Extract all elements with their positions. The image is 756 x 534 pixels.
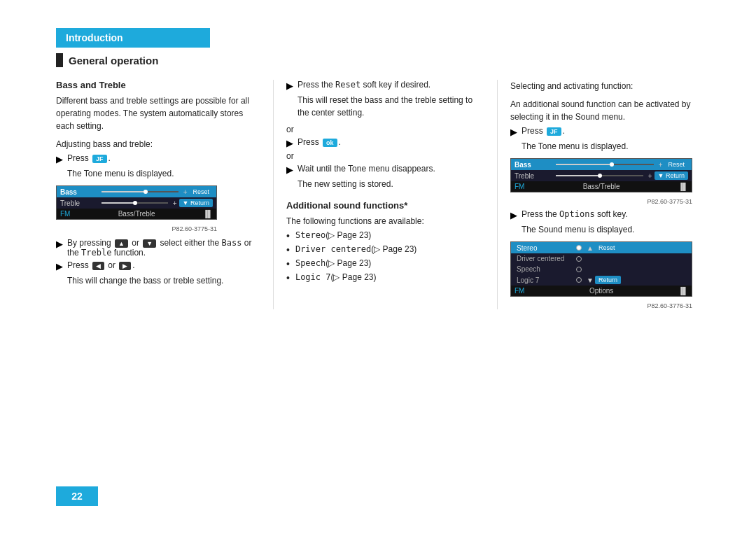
signal-icon-1: ▐▌ <box>203 210 213 218</box>
right-bass-label: Bass <box>514 161 553 169</box>
bullet-icon-4: • <box>286 272 290 283</box>
right-menu-screen-1: Bass + Reset Treble <box>510 158 692 192</box>
fig-caption-1: P82.60-3775-31 <box>56 225 217 232</box>
fm-label-1: FM <box>60 210 70 218</box>
intro-label: Introduction <box>66 32 123 43</box>
reset-desc: This will reset the bass and the treble … <box>286 94 483 119</box>
available-label: The following functions are available: <box>286 215 483 227</box>
right-treble-dot <box>598 174 602 178</box>
bass-fill <box>102 191 144 192</box>
treble-track <box>102 202 168 204</box>
driver-row: Driver centered <box>511 253 692 264</box>
right-bass-slider <box>556 164 654 165</box>
treble-dot <box>133 201 137 205</box>
fig-caption-2: P82.60-3775-31 <box>510 198 692 205</box>
arrow-icon-2: ▶ <box>56 239 63 249</box>
step2-text: By pressing ▲ or ▼ select either the Bas… <box>67 238 259 258</box>
additional-heading: Additional sound functions* <box>286 200 483 211</box>
right-bass-fill <box>556 164 610 165</box>
wait-step: ▶ Wait until the Tone menu disappears. <box>286 164 483 175</box>
reset-btn-2: Reset <box>664 160 688 169</box>
fm-label-3: FM <box>514 287 524 295</box>
step3-change-desc: This will change the bass or treble sett… <box>56 274 259 287</box>
return-btn-1: ▼ Return <box>179 199 213 207</box>
section-title-text: General operation <box>69 55 158 66</box>
signal-icon-3: ▐▌ <box>678 287 688 295</box>
bullet-icon-3: • <box>286 258 290 269</box>
return-btn-3: Return <box>595 276 621 284</box>
fm-label-2: FM <box>514 183 524 190</box>
bass-dot <box>144 190 148 194</box>
jf-button-1: JF <box>92 155 107 163</box>
right-menu-bottom-1: FM Bass/Treble ▐▌ <box>511 181 692 192</box>
sound-menu-bottom: FM Options ▐▌ <box>511 286 692 296</box>
or-label: or <box>286 125 483 134</box>
right-step1-text: Press JF. <box>522 126 565 136</box>
bullet-driver: • Driver centered (▷ Page 23) <box>286 244 483 255</box>
left-btn: ◀ <box>92 262 104 270</box>
right-bass-row: Bass + Reset <box>511 159 692 170</box>
logic7-radio <box>576 277 582 283</box>
driver-radio <box>576 256 582 262</box>
reset-step-text: Press the Reset soft key if desired. <box>298 80 430 90</box>
stereo-text: Stereo <box>295 230 326 240</box>
up-arrow-sm: ▲ <box>587 244 594 252</box>
bullet-icon-1: • <box>286 230 290 241</box>
reset-btn-1: Reset <box>189 188 213 196</box>
section-title-bar <box>56 53 63 67</box>
col-middle: ▶ Press the Reset soft key if desired. T… <box>273 80 497 309</box>
adjusting-label: Adjusting bass and treble: <box>56 138 259 150</box>
logic7-menu-label: Logic 7 <box>517 276 576 284</box>
bass-treble-heading: Bass and Treble <box>56 80 259 90</box>
step2: ▶ By pressing ▲ or ▼ select either the B… <box>56 238 259 258</box>
driver-menu-label: Driver centered <box>517 255 576 262</box>
bass-slider <box>102 191 178 192</box>
stereo-row: Stereo ▲ Reset <box>511 242 692 253</box>
right-step2: ▶ Press the Options soft key. <box>510 209 700 220</box>
right-treble-plus: + <box>648 172 652 180</box>
content-area: Bass and Treble Different bass and trebl… <box>56 80 700 309</box>
bass-track <box>102 191 178 192</box>
logic7-text: Logic 7 <box>295 272 331 282</box>
stereo-radio <box>576 245 582 251</box>
right-treble-fill <box>556 175 598 176</box>
col-left: Bass and Treble Different bass and trebl… <box>56 80 273 309</box>
fig-caption-3: P82.60-3776-31 <box>510 302 692 309</box>
tone-menu-displayed-1: The Tone menu is displayed. <box>56 167 259 180</box>
speech-radio <box>576 267 582 272</box>
col-right: Selecting and activating function: An ad… <box>497 80 700 309</box>
menu-bass-row: Bass + Reset <box>57 186 216 197</box>
right-treble-slider <box>556 175 643 176</box>
treble-plus: + <box>173 199 177 207</box>
ok-btn: ok <box>323 139 337 147</box>
reset-btn-3: Reset <box>595 244 619 252</box>
menu-treble-row: Treble + ▼ Return <box>57 197 216 209</box>
options-bottom-label: Options <box>589 287 613 295</box>
bass-treble-bottom-2: Bass/Treble <box>583 183 620 190</box>
bullet-stereo: • Stereo (▷ Page 23) <box>286 230 483 241</box>
arrow-icon-7: ▶ <box>510 127 517 137</box>
arrow-icon-6: ▶ <box>286 164 293 175</box>
page-container: Introduction General operation Bass and … <box>0 0 756 534</box>
treble-fill <box>102 202 133 204</box>
right-para1: An additional sound function can be acti… <box>510 98 700 123</box>
right-step1: ▶ Press JF. <box>510 126 700 137</box>
right-treble-label: Treble <box>514 172 553 180</box>
stereo-menu-label: Stereo <box>517 244 576 252</box>
bass-label: Bass <box>60 188 99 196</box>
right-bass-track <box>556 164 654 165</box>
down-btn: ▼ <box>143 239 156 248</box>
bullet-speech: • Speech (▷ Page 23) <box>286 258 483 269</box>
arrow-icon-3: ▶ <box>56 261 63 272</box>
intro-banner: Introduction <box>56 28 210 48</box>
jf-button-2: JF <box>547 127 561 136</box>
step1-text: Press JF. <box>67 153 111 163</box>
treble-slider <box>102 202 168 204</box>
bass-treble-bottom: Bass/Treble <box>118 210 155 218</box>
page-number: 22 <box>71 491 83 502</box>
sound-displayed: The Sound menu is displayed. <box>510 223 700 236</box>
step3: ▶ Press ◀ or ▶. <box>56 260 259 272</box>
ok-step-text: Press ok. <box>298 137 341 147</box>
speech-menu-label: Speech <box>517 265 576 273</box>
ok-step: ▶ Press ok. <box>286 137 483 148</box>
